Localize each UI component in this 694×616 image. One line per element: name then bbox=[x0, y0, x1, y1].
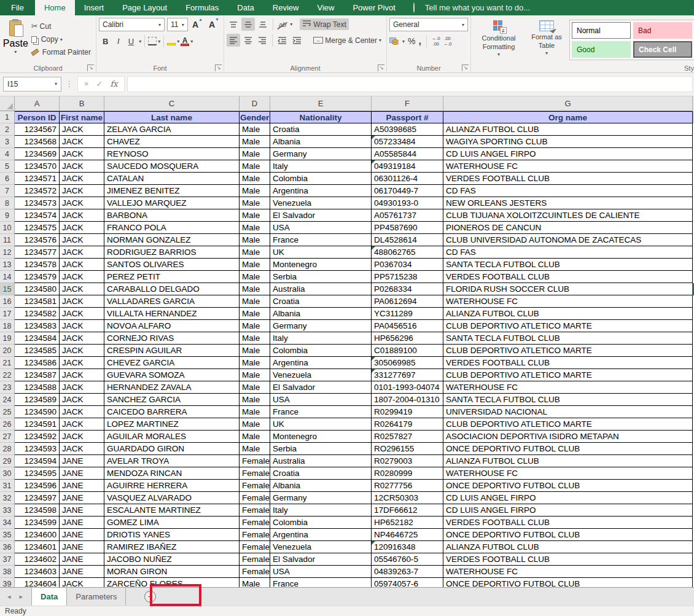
cell-C12[interactable]: RODRIGUEZ BARRIOS bbox=[104, 246, 240, 259]
cell-E11[interactable]: France bbox=[270, 234, 372, 246]
middle-align-icon[interactable] bbox=[241, 18, 255, 31]
sheet-tab-parameters[interactable]: Parameters bbox=[67, 588, 126, 606]
cell-G20[interactable]: CLUB DEPORTIVO ATLETICO MARTE bbox=[443, 345, 693, 357]
cell-B34[interactable]: JANE bbox=[60, 517, 104, 529]
cell-A7[interactable]: 1234572 bbox=[15, 185, 60, 197]
cell-E35[interactable]: Argentina bbox=[270, 529, 372, 541]
cell-F6[interactable]: 06301126-4 bbox=[372, 173, 443, 185]
cell-B15[interactable]: JACK bbox=[60, 283, 104, 295]
accounting-dropdown-icon[interactable]: ▾ bbox=[402, 39, 405, 44]
insert-function-icon[interactable]: fx bbox=[111, 79, 118, 88]
row-header-21[interactable]: 21 bbox=[0, 357, 15, 369]
row-header-38[interactable]: 38 bbox=[0, 566, 15, 578]
cell-A18[interactable]: 1234583 bbox=[15, 320, 60, 332]
cell-B35[interactable]: JANE bbox=[60, 529, 104, 541]
cell-A25[interactable]: 1234590 bbox=[15, 406, 60, 418]
row-header-26[interactable]: 26 bbox=[0, 418, 15, 431]
cell-G39[interactable]: ONCE DEPORTIVO FUTBOL CLUB bbox=[443, 578, 693, 587]
cell-D22[interactable]: Male bbox=[240, 369, 270, 381]
cell-E16[interactable]: Croatia bbox=[270, 295, 372, 308]
cell-G4[interactable]: CD LUIS ANGEL FIRPO bbox=[443, 148, 693, 160]
cell-F29[interactable]: R0279003 bbox=[372, 455, 443, 467]
cell-G19[interactable]: SANTA TECLA FUTBOL CLUB bbox=[443, 332, 693, 345]
style-normal[interactable]: Normal bbox=[572, 22, 631, 39]
cell-G17[interactable]: ALIANZA FUTBOL CLUB bbox=[443, 308, 693, 320]
cell-D10[interactable]: Male bbox=[240, 222, 270, 234]
select-all-button[interactable] bbox=[0, 96, 15, 111]
row-header-25[interactable]: 25 bbox=[0, 406, 15, 418]
cell-B1[interactable]: First name bbox=[60, 111, 104, 123]
cell-G1[interactable]: Org name bbox=[443, 111, 693, 123]
row-header-36[interactable]: 36 bbox=[0, 541, 15, 553]
cell-D12[interactable]: Male bbox=[240, 246, 270, 259]
cell-B18[interactable]: JACK bbox=[60, 320, 104, 332]
sheet-tab-data[interactable]: Data bbox=[31, 588, 67, 606]
ribbon-tab-page-layout[interactable]: Page Layout bbox=[113, 0, 176, 15]
cell-A26[interactable]: 1234591 bbox=[15, 418, 60, 431]
cell-D18[interactable]: Male bbox=[240, 320, 270, 332]
cell-B32[interactable]: JANE bbox=[60, 492, 104, 504]
cell-D13[interactable]: Male bbox=[240, 259, 270, 271]
cell-E6[interactable]: Colombia bbox=[270, 173, 372, 185]
cell-A19[interactable]: 1234584 bbox=[15, 332, 60, 345]
style-good[interactable]: Good bbox=[572, 41, 631, 58]
format-as-table-button[interactable]: Format as Table ▾ bbox=[526, 18, 567, 63]
cell-E13[interactable]: Montenegro bbox=[270, 259, 372, 271]
cell-F38[interactable]: 04839263-7 bbox=[372, 566, 443, 578]
row-header-15[interactable]: 15 bbox=[0, 283, 15, 295]
cell-C16[interactable]: VALLADARES GARCIA bbox=[104, 295, 240, 308]
cell-E23[interactable]: El Salvador bbox=[270, 381, 372, 394]
row-header-13[interactable]: 13 bbox=[0, 259, 15, 271]
top-align-icon[interactable] bbox=[227, 18, 240, 31]
font-name-combo[interactable]: Calibri ▾ bbox=[99, 18, 165, 31]
cell-F17[interactable]: YC311289 bbox=[372, 308, 443, 320]
column-header-E[interactable]: E bbox=[270, 96, 372, 111]
cell-B4[interactable]: JACK bbox=[60, 148, 104, 160]
cell-C21[interactable]: CHEVEZ GARCIA bbox=[104, 357, 240, 369]
row-header-32[interactable]: 32 bbox=[0, 492, 15, 504]
cell-C30[interactable]: MENDOZA RINCAN bbox=[104, 467, 240, 480]
copy-dropdown-icon[interactable]: ▾ bbox=[60, 37, 63, 42]
cell-F36[interactable]: 120916348 bbox=[372, 541, 443, 553]
cell-E29[interactable]: Australia bbox=[270, 455, 372, 467]
enter-icon[interactable]: ✓ bbox=[96, 79, 103, 88]
cell-G35[interactable]: ONCE DEPORTIVO FUTBOL CLUB bbox=[443, 529, 693, 541]
cell-B25[interactable]: JACK bbox=[60, 406, 104, 418]
cell-B10[interactable]: JACK bbox=[60, 222, 104, 234]
cell-C37[interactable]: JACOBO NUÑEZ bbox=[104, 553, 240, 566]
row-header-19[interactable]: 19 bbox=[0, 332, 15, 345]
cell-E27[interactable]: Montenegro bbox=[270, 431, 372, 443]
clipboard-dialog-launcher-icon[interactable]: ↘ bbox=[87, 64, 94, 71]
cell-D28[interactable]: Male bbox=[240, 443, 270, 455]
cell-F23[interactable]: 0101-1993-04074 bbox=[372, 381, 443, 394]
cell-E14[interactable]: Serbia bbox=[270, 271, 372, 283]
cell-C6[interactable]: CATALAN bbox=[104, 173, 240, 185]
paste-dropdown-icon[interactable]: ▾ bbox=[14, 49, 17, 55]
cell-B16[interactable]: JACK bbox=[60, 295, 104, 308]
cell-F35[interactable]: NP4646725 bbox=[372, 529, 443, 541]
row-header-33[interactable]: 33 bbox=[0, 504, 15, 517]
column-header-G[interactable]: G bbox=[443, 96, 693, 111]
cell-A16[interactable]: 1234581 bbox=[15, 295, 60, 308]
cell-A13[interactable]: 1234578 bbox=[15, 259, 60, 271]
fill-color-button[interactable] bbox=[167, 37, 176, 45]
cell-A30[interactable]: 1234595 bbox=[15, 467, 60, 480]
cell-D5[interactable]: Male bbox=[240, 160, 270, 173]
cell-G13[interactable]: SANTA TECLA FUTBOL CLUB bbox=[443, 259, 693, 271]
cell-G9[interactable]: CLUB TIJUANA XOLOITZCUINTLES DE CALIENTE bbox=[443, 209, 693, 222]
cell-D6[interactable]: Male bbox=[240, 173, 270, 185]
cell-C34[interactable]: GOMEZ LIMA bbox=[104, 517, 240, 529]
cell-G34[interactable]: VERDES FOOTBALL CLUB bbox=[443, 517, 693, 529]
cell-C15[interactable]: CARABALLO DELGADO bbox=[104, 283, 240, 295]
cell-B14[interactable]: JACK bbox=[60, 271, 104, 283]
cell-G15[interactable]: FLORIDA RUSH SOCCER CLUB bbox=[443, 283, 693, 295]
font-color-button[interactable]: A bbox=[181, 36, 189, 46]
cell-A31[interactable]: 1234596 bbox=[15, 480, 60, 492]
bold-button[interactable]: B bbox=[99, 36, 112, 47]
cell-E32[interactable]: Germany bbox=[270, 492, 372, 504]
cell-F30[interactable]: R0280999 bbox=[372, 467, 443, 480]
sheet-nav-left-icon[interactable]: ◂ bbox=[7, 593, 11, 601]
cell-D31[interactable]: Female bbox=[240, 480, 270, 492]
cell-E38[interactable]: USA bbox=[270, 566, 372, 578]
name-box[interactable]: I15 ▾ bbox=[3, 77, 61, 92]
